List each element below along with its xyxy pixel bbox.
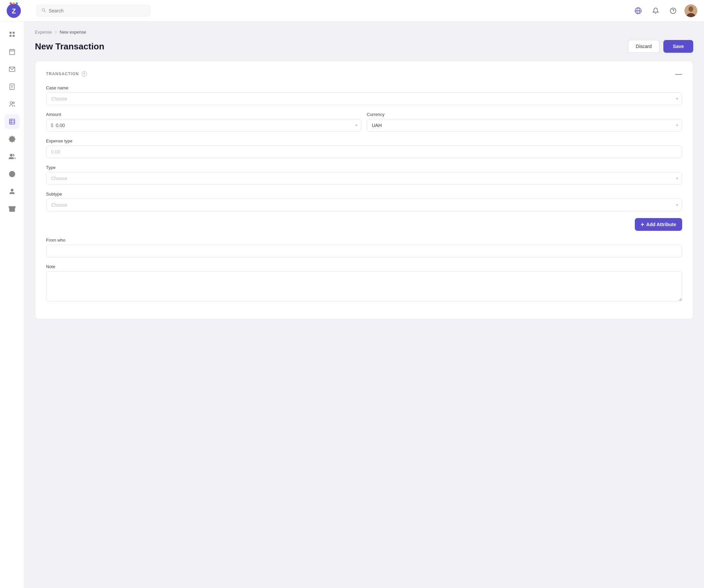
archive-icon: [9, 206, 15, 212]
sidebar-item-reports[interactable]: [5, 114, 19, 129]
svg-rect-11: [9, 32, 11, 34]
currency-label: Currency: [367, 112, 682, 117]
type-select[interactable]: Choose: [46, 172, 682, 185]
section-header: TRANSACTION ? —: [46, 71, 682, 77]
amount-label: Amount: [46, 112, 361, 117]
breadcrumb: Expense > New expense: [35, 30, 693, 35]
subtype-select-wrapper: Choose ▾: [46, 199, 682, 211]
discard-button[interactable]: Discard: [628, 40, 659, 53]
avatar[interactable]: [685, 4, 697, 17]
main-content: Expense > New expense New Transaction Di…: [24, 22, 704, 588]
subtype-select[interactable]: Choose: [46, 199, 682, 211]
sidebar-item-calendar[interactable]: [5, 44, 19, 59]
section-collapse-button[interactable]: —: [675, 71, 682, 77]
svg-rect-14: [12, 35, 14, 37]
case-name-label: Case name: [46, 85, 682, 90]
search-area[interactable]: [36, 5, 150, 16]
logo-area[interactable]: Z: [7, 4, 31, 18]
sidebar: [0, 22, 24, 588]
svg-rect-12: [12, 32, 14, 34]
svg-line-2: [44, 11, 46, 12]
add-attribute-row: + Add Attribute: [46, 218, 682, 238]
currency-select[interactable]: UAH USD EUR: [367, 119, 682, 132]
amount-select[interactable]: 0.00: [46, 119, 361, 132]
globe-button[interactable]: [632, 5, 644, 17]
type-select-wrapper: Choose ▾: [46, 172, 682, 185]
amount-group: Amount $ 0.00 ▾: [46, 112, 361, 132]
save-button[interactable]: Save: [663, 40, 693, 53]
section-help-icon[interactable]: ?: [82, 71, 87, 77]
page-header: New Transaction Discard Save: [35, 40, 693, 53]
expense-type-input[interactable]: [46, 145, 682, 158]
sidebar-item-documents[interactable]: [5, 79, 19, 94]
add-attribute-button[interactable]: + Add Attribute: [635, 218, 682, 231]
expense-type-group: Expense type: [46, 138, 682, 158]
note-label: Note: [46, 264, 682, 269]
sidebar-item-users[interactable]: [5, 149, 19, 164]
subtype-label: Subtype: [46, 192, 682, 197]
logo-letter: Z: [12, 7, 16, 15]
search-input[interactable]: [49, 8, 145, 13]
type-label: Type: [46, 165, 682, 170]
from-who-input[interactable]: [46, 245, 682, 257]
svg-point-35: [11, 189, 13, 192]
currency-group: Currency UAH USD EUR ▾: [367, 112, 682, 132]
billing-icon: [9, 171, 15, 177]
expense-type-label: Expense type: [46, 138, 682, 143]
case-name-select[interactable]: Choose: [46, 92, 682, 105]
add-attribute-label: Add Attribute: [646, 222, 676, 227]
svg-rect-13: [9, 35, 11, 37]
note-textarea[interactable]: [46, 271, 682, 301]
users-icon: [9, 153, 15, 160]
header-actions: Discard Save: [628, 40, 693, 53]
subtype-group: Subtype Choose ▾: [46, 192, 682, 211]
settings-icon: [9, 136, 15, 142]
section-title: TRANSACTION ?: [46, 71, 87, 77]
from-who-label: From who: [46, 238, 682, 243]
page-title: New Transaction: [35, 41, 104, 52]
mail-icon: [9, 66, 15, 73]
svg-point-24: [10, 102, 12, 104]
amount-select-wrapper: $ 0.00 ▾: [46, 119, 361, 132]
breadcrumb-separator: >: [55, 30, 57, 35]
notification-button[interactable]: [650, 5, 662, 17]
breadcrumb-current: New expense: [60, 30, 86, 35]
top-navigation: Z: [0, 0, 704, 22]
note-group: Note: [46, 264, 682, 303]
team-icon: [9, 101, 15, 108]
profile-icon: [9, 188, 15, 195]
svg-point-25: [12, 102, 14, 103]
documents-icon: [9, 83, 15, 90]
type-group: Type Choose ▾: [46, 165, 682, 185]
sidebar-item-team[interactable]: [5, 97, 19, 112]
sidebar-item-profile[interactable]: [5, 184, 19, 199]
section-title-text: TRANSACTION: [46, 72, 79, 76]
breadcrumb-expense[interactable]: Expense: [35, 30, 52, 35]
app-logo[interactable]: Z: [7, 4, 21, 18]
sidebar-item-mail[interactable]: [5, 62, 19, 77]
svg-point-6: [670, 8, 676, 13]
reports-icon: [9, 118, 15, 125]
amount-currency-row: Amount $ 0.00 ▾ Currency UAH USD: [46, 112, 682, 132]
svg-point-31: [10, 154, 12, 157]
sidebar-item-billing[interactable]: [5, 167, 19, 181]
sidebar-item-archive[interactable]: [5, 202, 19, 216]
svg-rect-26: [9, 119, 14, 124]
calendar-icon: [9, 48, 15, 55]
search-icon: [41, 8, 46, 13]
svg-rect-36: [9, 207, 15, 208]
help-button[interactable]: [667, 5, 679, 17]
from-who-group: From who: [46, 238, 682, 257]
case-name-group: Case name Choose ▾: [46, 85, 682, 105]
sidebar-item-dashboard[interactable]: [5, 27, 19, 42]
nav-right: [632, 4, 697, 17]
svg-point-9: [689, 6, 693, 12]
sidebar-item-settings[interactable]: [5, 132, 19, 146]
case-name-select-wrapper: Choose ▾: [46, 92, 682, 105]
currency-select-wrapper: UAH USD EUR ▾: [367, 119, 682, 132]
add-attribute-plus-icon: +: [641, 221, 645, 227]
form-card: TRANSACTION ? — Case name Choose ▾ Amoun: [35, 61, 693, 319]
svg-rect-15: [9, 49, 14, 54]
dashboard-icon: [9, 31, 15, 38]
